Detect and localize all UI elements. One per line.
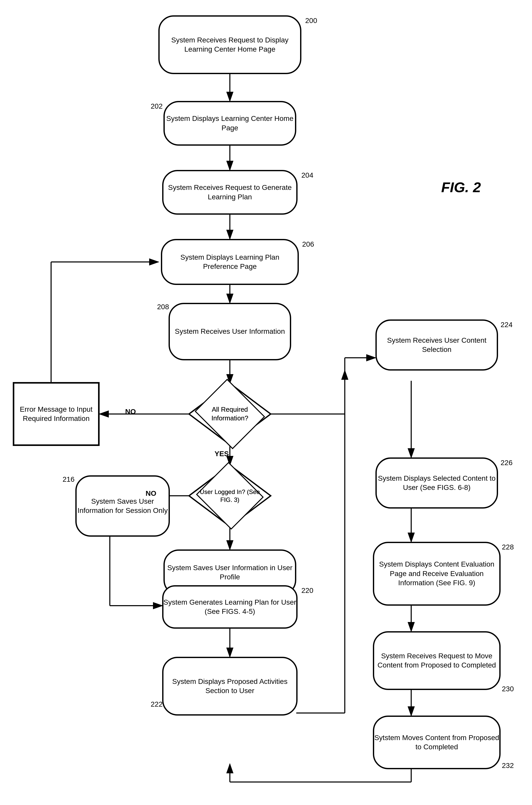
ref-220: 220 xyxy=(301,586,314,595)
ref-208: 208 xyxy=(157,303,169,311)
ref-226: 226 xyxy=(500,459,513,467)
node-230: System Receives Request to Move Content … xyxy=(373,631,500,690)
ref-224: 224 xyxy=(500,321,513,329)
ref-202: 202 xyxy=(151,102,163,110)
node-220: System Generates Learning Plan for User … xyxy=(162,585,298,629)
node-224: System Receives User Content Selection xyxy=(376,319,498,370)
ref-228: 228 xyxy=(502,543,514,551)
node-222: System Displays Proposed Activities Sect… xyxy=(162,657,298,716)
node-228: System Displays Content Evaluation Page … xyxy=(373,542,500,606)
node-212: Error Message to Input Required Informat… xyxy=(13,382,100,446)
label-no2: NO xyxy=(146,489,156,498)
ref-232: 232 xyxy=(502,762,514,770)
ref-204: 204 xyxy=(301,171,314,179)
node-202: System Displays Learning Center Home Pag… xyxy=(164,101,296,146)
node-208: System Receives User Information xyxy=(169,303,291,360)
node-206: System Displays Learning Plan Preference… xyxy=(161,239,299,285)
label-yes1: YES xyxy=(214,450,229,458)
figure-label: FIG. 2 xyxy=(441,179,481,196)
node-232: Sytstem Moves Content from Proposed to C… xyxy=(373,716,500,769)
node-200: System Receives Request to Display Learn… xyxy=(158,15,301,74)
ref-216: 216 xyxy=(62,475,75,483)
diamond-210: All Required Information? xyxy=(194,383,266,445)
ref-206: 206 xyxy=(302,240,314,249)
label-no1: NO xyxy=(125,408,136,416)
ref-222: 222 xyxy=(151,700,163,708)
node-204: System Receives Request to Generate Lear… xyxy=(162,170,298,215)
diagram-container: System Receives Request to Display Learn… xyxy=(0,0,532,805)
ref-200: 200 xyxy=(305,17,317,25)
diamond-214: User Logged In? (See FIG. 3) xyxy=(197,465,263,527)
node-216: System Saves User Information for Sessio… xyxy=(75,475,170,537)
node-226: System Displays Selected Content to User… xyxy=(376,457,498,509)
ref-230: 230 xyxy=(502,685,514,693)
